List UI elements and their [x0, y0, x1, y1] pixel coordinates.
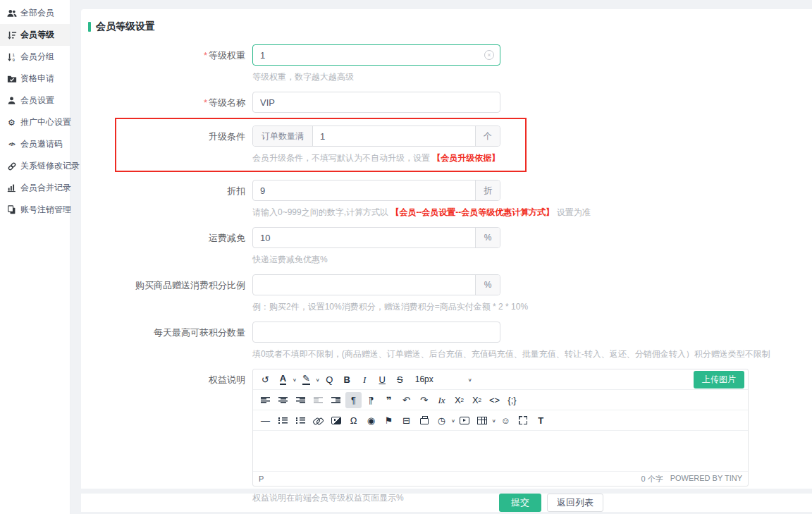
discount-calc-link[interactable]: 【会员--会员设置--会员等级优惠计算方式】	[390, 207, 554, 217]
points-ratio-label: 购买商品赠送消费积分比例	[88, 274, 252, 313]
chevron-down-icon[interactable]: ∨	[451, 417, 455, 422]
subscript-button[interactable]: X2	[451, 392, 467, 408]
users-icon	[6, 8, 17, 18]
sidebar-item-promotion-center[interactable]: ⚙ 推广中心设置	[0, 111, 70, 133]
rtl-button[interactable]: ¶	[363, 392, 379, 408]
chevron-down-icon[interactable]: ∨	[293, 377, 297, 381]
powered-by-label[interactable]: POWERED BY TINY	[670, 474, 742, 484]
insert-image-button[interactable]	[328, 412, 344, 429]
insert-table-button[interactable]	[474, 412, 491, 429]
sidebar: 全部会员 会员等级 19 会员分组 资格申请 会员设置 ⚙ 推广中心设置 </>…	[0, 0, 70, 514]
emoticons-button[interactable]: ☺	[498, 412, 514, 429]
shipping-discount-help: 快递运费减免优惠%	[252, 254, 500, 266]
folder-check-icon	[6, 73, 17, 84]
bold-button[interactable]: B	[339, 372, 355, 388]
sidebar-item-label: 资格申请	[20, 73, 54, 85]
special-char-button[interactable]: Ω	[345, 412, 362, 429]
form-row-upgrade-condition: 升级条件 订单数量满 个 会员升级条件，不填写默认为不自动升级，设置 【会员升级…	[88, 126, 812, 164]
page-title: 会员等级设置	[96, 20, 155, 33]
italic-button[interactable]: I	[357, 372, 373, 388]
page-break-button[interactable]: ⊟	[398, 412, 414, 429]
redo-button[interactable]: ↷	[416, 392, 432, 408]
align-right-button[interactable]	[293, 392, 309, 408]
numbered-list-button[interactable]	[293, 412, 309, 429]
sidebar-item-merge-log[interactable]: 会员合并记录	[0, 177, 70, 199]
sidebar-item-invite-code[interactable]: </> 会员邀请码	[0, 133, 70, 155]
discount-suffix: 折	[475, 180, 500, 200]
bullet-list-button[interactable]	[275, 412, 291, 429]
indent2em-button[interactable]: T	[533, 412, 549, 429]
shipping-discount-input[interactable]	[253, 233, 475, 243]
undo-button[interactable]: ↶	[398, 392, 414, 408]
code-sample-button[interactable]: {;}	[504, 392, 520, 408]
underline-button[interactable]: U	[374, 372, 390, 388]
chevron-down-icon: ∨	[468, 377, 472, 381]
blockquote-button[interactable]: ❞	[381, 392, 397, 408]
level-weight-input[interactable]	[253, 50, 484, 61]
sidebar-item-member-settings[interactable]: 会员设置	[0, 90, 70, 111]
insert-link-button[interactable]	[310, 412, 326, 429]
link-icon	[6, 161, 17, 171]
media-icon	[460, 417, 469, 424]
sidebar-item-all-members[interactable]: 全部会员	[0, 2, 70, 24]
align-left-button[interactable]	[257, 392, 273, 408]
sidebar-item-qualification[interactable]: 资格申请	[0, 68, 70, 90]
upgrade-basis-link[interactable]: 【会员升级依据】	[432, 153, 500, 163]
fullscreen-button[interactable]	[515, 412, 531, 429]
form-row-discount: 折扣 折 请输入0~999之间的数字,计算方式以 【会员--会员设置--会员等级…	[88, 180, 812, 219]
remove-format-button[interactable]: Ix	[433, 392, 450, 408]
align-center-button[interactable]	[275, 392, 291, 408]
sidebar-item-relation-log[interactable]: 关系链修改记录	[0, 155, 70, 177]
outdent-button[interactable]	[310, 392, 326, 408]
form-row-level-weight: 等级权重 × 等级权重，数字越大越高级	[88, 44, 812, 83]
level-name-input[interactable]	[253, 97, 500, 108]
sidebar-item-label: 会员等级	[20, 29, 54, 41]
anchor-button[interactable]: ⚑	[381, 412, 397, 429]
code-button[interactable]: <>	[486, 392, 503, 408]
discount-input[interactable]	[253, 185, 475, 196]
sidebar-item-member-level[interactable]: 会员等级	[0, 24, 70, 46]
sidebar-item-account-cancellation[interactable]: 账号注销管理	[0, 199, 70, 221]
text-color-button[interactable]: A	[275, 372, 291, 388]
superscript-button[interactable]: X2	[469, 392, 485, 408]
insert-datetime-button[interactable]: ◷	[433, 412, 450, 429]
sidebar-item-member-group[interactable]: 19 会员分组	[0, 46, 70, 68]
editor-content-area[interactable]	[253, 431, 748, 471]
horizontal-rule-button[interactable]: —	[257, 412, 273, 429]
font-size-select[interactable]: 16px∨	[410, 374, 478, 384]
form-row-points-ratio: 购买商品赠送消费积分比例 % 例：购买2件，设置10%消费积分，赠送消费积分=商…	[88, 274, 812, 313]
section-title: 会员等级设置	[88, 20, 812, 33]
highlight-color-button[interactable]: ✎	[298, 372, 314, 388]
sidebar-item-label: 账号注销管理	[20, 204, 71, 216]
preview-button[interactable]: ◉	[363, 412, 379, 429]
ltr-button[interactable]: ¶	[345, 392, 362, 408]
benefits-help: 权益说明在前端会员等级权益页面显示%	[252, 492, 749, 504]
editor-toolbar-row-2: ¶ ¶ ❞ ↶ ↷ Ix X2 X2 <> {;}	[253, 390, 748, 410]
chevron-down-icon[interactable]: ∨	[316, 377, 320, 381]
upload-image-button[interactable]: 上传图片	[694, 371, 744, 388]
daily-points-cap-label: 每天最高可获积分数量	[88, 322, 252, 360]
editor-toolbar-row-3: — Ω ◉ ⚑ ⊟ ◷ ∨	[253, 410, 748, 431]
upgrade-condition-input[interactable]	[313, 131, 475, 142]
sidebar-item-label: 会员合并记录	[20, 182, 71, 194]
copy-file-icon	[6, 204, 17, 215]
search-replace-button[interactable]: Q	[321, 372, 338, 388]
upgrade-condition-help: 会员升级条件，不填写默认为不自动升级，设置 【会员升级依据】	[252, 152, 500, 164]
strikethrough-button[interactable]: S	[392, 372, 408, 388]
sidebar-item-label: 关系链修改记录	[20, 160, 80, 172]
level-weight-input-wrap: ×	[252, 44, 500, 66]
insert-media-button[interactable]	[457, 412, 473, 429]
chevron-down-icon[interactable]: ∨	[492, 417, 496, 422]
restore-draft-button[interactable]: ↺	[257, 372, 273, 388]
benefits-label: 权益说明	[88, 369, 252, 504]
outdent-icon	[314, 397, 323, 403]
indent-button[interactable]	[328, 392, 344, 408]
points-ratio-input[interactable]	[253, 280, 475, 290]
numbered-list-icon	[296, 417, 305, 424]
print-button[interactable]	[416, 412, 432, 429]
title-accent-bar	[88, 22, 91, 32]
clear-input-icon[interactable]: ×	[484, 50, 494, 60]
daily-points-cap-help: 填0或者不填即不限制，(商品赠送、订单赠送、后台充值、充值码充值、批量充值、转让…	[252, 348, 770, 360]
align-right-icon	[296, 397, 305, 403]
daily-points-cap-input[interactable]	[253, 327, 500, 338]
